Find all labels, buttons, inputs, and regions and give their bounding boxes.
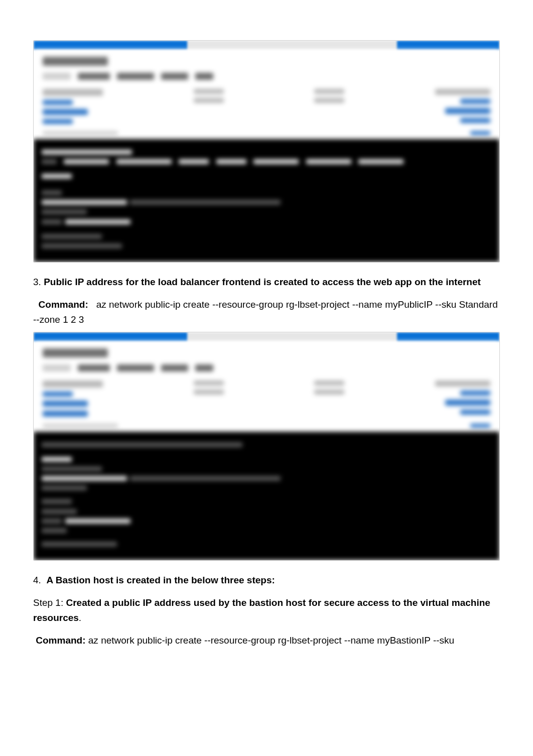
portal-header-area [34, 341, 499, 432]
tab-item [161, 73, 188, 80]
tab-item [43, 364, 71, 371]
tab-item [117, 364, 154, 371]
portal-tabs [43, 73, 490, 80]
section-4-command-line: Command: az network public-ip create --r… [33, 633, 500, 648]
tab-item [117, 73, 154, 80]
portal-topbar [34, 41, 499, 50]
command-text: az network public-ip create --resource-g… [33, 299, 498, 324]
tab-item [78, 73, 110, 80]
resource-title [43, 57, 108, 66]
step-1-line: Step 1: Created a public IP address used… [33, 595, 500, 625]
tab-item [195, 73, 213, 80]
resource-details-columns [43, 381, 490, 417]
section-4-title: A Bastion host is created in the below t… [46, 575, 275, 585]
list-number: 3. [33, 277, 41, 287]
section-3-title: Public IP address for the load balancer … [44, 277, 481, 287]
resource-details-columns [43, 89, 490, 124]
cloud-shell-terminal-1 [34, 139, 499, 262]
document-page: 3. Public IP address for the load balanc… [0, 0, 533, 713]
command-label: Command: [36, 635, 85, 646]
step-1-prefix: Step 1: [33, 597, 63, 608]
portal-topbar [34, 332, 499, 341]
tab-item [195, 364, 213, 371]
section-3-heading: 3. Public IP address for the load balanc… [33, 275, 500, 289]
cloud-shell-terminal-2 [34, 432, 499, 560]
azure-portal-screenshot-2 [33, 332, 500, 561]
portal-header-area [34, 50, 499, 139]
azure-portal-screenshot-1 [33, 40, 500, 263]
portal-tabs [43, 364, 490, 371]
tab-item [78, 364, 110, 371]
tab-item [43, 73, 71, 80]
list-number: 4. [33, 575, 41, 585]
command-text: az network public-ip create --resource-g… [88, 635, 454, 646]
tab-item [161, 364, 188, 371]
section-3-command-line: Command: az network public-ip create --r… [33, 297, 500, 327]
resource-title [43, 348, 108, 357]
step-1-text: Created a public IP address used by the … [33, 597, 490, 622]
command-label: Command: [39, 299, 88, 310]
section-4-heading: 4. A Bastion host is created in the belo… [33, 573, 500, 587]
step-1-suffix: . [79, 612, 81, 623]
